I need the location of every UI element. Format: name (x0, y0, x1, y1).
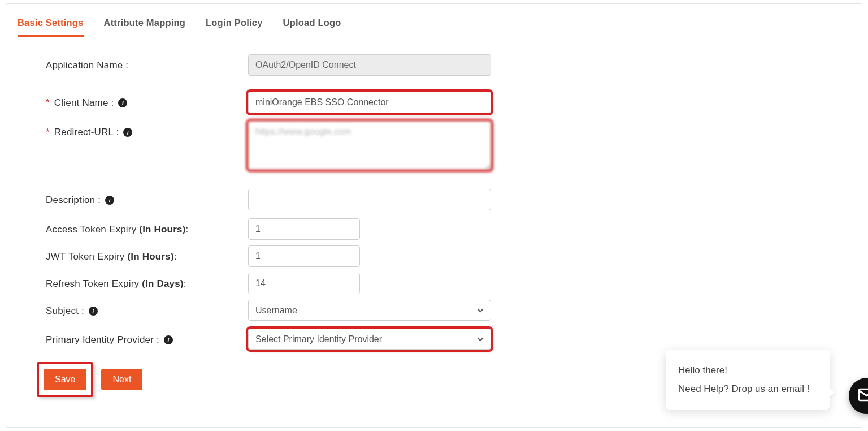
label-description: Description : i (46, 189, 248, 206)
description-input[interactable] (248, 189, 491, 210)
label-refresh-pre: Refresh Token Expiry (46, 278, 142, 289)
help-line2: Need Help? Drop us an email ! (678, 380, 817, 398)
row-access-token-expiry: Access Token Expiry (In Hours): (46, 218, 822, 240)
refresh-token-expiry-input[interactable] (248, 273, 360, 294)
label-subject: Subject : i (46, 300, 248, 317)
info-icon[interactable]: i (164, 335, 173, 344)
application-name-input (248, 54, 491, 76)
info-icon[interactable]: i (123, 128, 132, 137)
label-access-token-expiry: Access Token Expiry (In Hours): (46, 218, 248, 235)
label-subject-text: Subject : (46, 305, 84, 317)
label-client-name: * Client Name : i (46, 92, 248, 109)
row-primary-idp: Primary Identity Provider : i Select Pri… (46, 329, 822, 350)
info-icon[interactable]: i (118, 98, 127, 107)
row-description: Description : i (46, 189, 822, 210)
help-line1: Hello there! (678, 361, 817, 380)
required-asterisk: * (46, 127, 50, 138)
label-application-name-text: Application Name : (46, 60, 128, 71)
jwt-token-expiry-input[interactable] (248, 245, 360, 267)
label-refresh-bold: (In Days) (142, 278, 184, 289)
tab-basic-settings[interactable]: Basic Settings (18, 18, 84, 37)
label-redirect-url: * Redirect-URL : i (46, 121, 248, 138)
row-redirect-url: * Redirect-URL : i https://www.google.co… (46, 121, 822, 172)
label-access-pre: Access Token Expiry (46, 224, 139, 235)
info-icon[interactable]: i (105, 196, 114, 205)
next-button[interactable]: Next (101, 369, 142, 390)
row-refresh-token-expiry: Refresh Token Expiry (In Days): (46, 273, 822, 294)
label-colon: : (186, 224, 189, 235)
label-jwt-bold: (In Hours) (127, 251, 173, 262)
label-jwt-token-expiry: JWT Token Expiry (In Hours): (46, 245, 248, 262)
label-description-text: Description : (46, 195, 101, 206)
label-colon: : (184, 278, 186, 289)
envelope-icon (858, 388, 868, 404)
label-refresh-token-expiry: Refresh Token Expiry (In Days): (46, 273, 248, 290)
label-redirect-url-text: Redirect-URL : (54, 127, 119, 138)
label-jwt-pre: JWT Token Expiry (46, 251, 127, 262)
row-client-name: * Client Name : i (46, 92, 822, 113)
tab-upload-logo[interactable]: Upload Logo (283, 18, 341, 37)
required-asterisk: * (46, 97, 50, 109)
primary-idp-select[interactable]: Select Primary Identity Provider (248, 329, 491, 350)
label-client-name-text: Client Name : (54, 97, 114, 109)
save-highlight: Save (37, 362, 93, 397)
tab-bar: Basic Settings Attribute Mapping Login P… (6, 4, 862, 37)
access-token-expiry-input[interactable] (248, 218, 360, 240)
label-application-name: Application Name : (46, 54, 248, 71)
row-subject: Subject : i Username (46, 300, 822, 321)
save-button[interactable]: Save (44, 369, 86, 390)
label-colon: : (174, 251, 177, 262)
subject-select[interactable]: Username (248, 300, 491, 321)
row-application-name: Application Name : (46, 54, 822, 76)
client-name-input[interactable] (248, 92, 491, 113)
label-primary-idp: Primary Identity Provider : i (46, 329, 248, 346)
row-jwt-token-expiry: JWT Token Expiry (In Hours): (46, 245, 822, 267)
tab-login-policy[interactable]: Login Policy (206, 18, 263, 37)
tab-attribute-mapping[interactable]: Attribute Mapping (104, 18, 186, 37)
help-popover: Hello there! Need Help? Drop us an email… (666, 350, 830, 410)
label-access-bold: (In Hours) (139, 224, 185, 235)
redirect-url-input[interactable]: https://www.google.com (248, 121, 491, 170)
label-primary-idp-text: Primary Identity Provider : (46, 334, 159, 346)
info-icon[interactable]: i (89, 307, 98, 316)
